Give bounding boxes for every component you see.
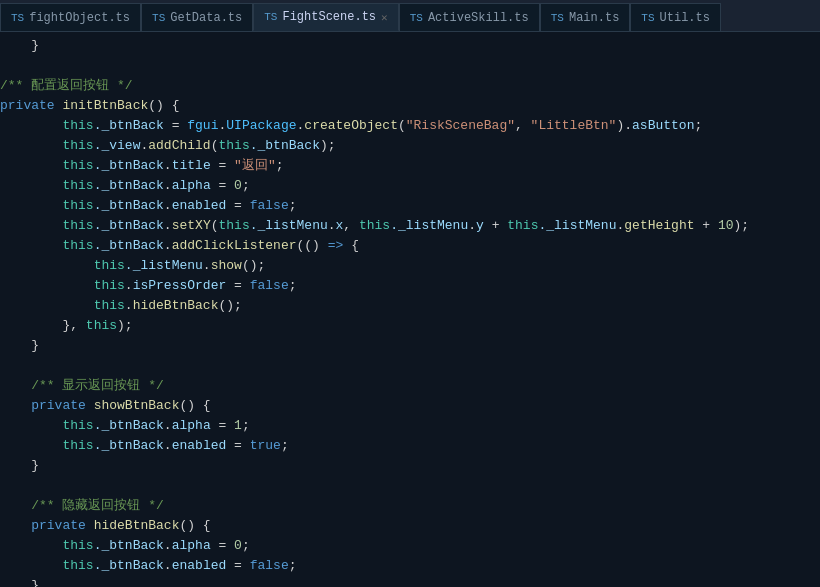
code-line-7: this._btnBack.title = "返回"; xyxy=(0,156,820,176)
close-icon[interactable]: ✕ xyxy=(381,11,388,24)
code-line-12: this._listMenu.show(); xyxy=(0,256,820,276)
code-line-8: this._btnBack.alpha = 0; xyxy=(0,176,820,196)
tab-icon-activeskill: TS xyxy=(410,12,423,24)
code-line-9: this._btnBack.enabled = false; xyxy=(0,196,820,216)
code-line-19: private showBtnBack() { xyxy=(0,396,820,416)
tab-fightobject[interactable]: TS fightObject.ts xyxy=(0,3,141,31)
tab-icon-utilts: TS xyxy=(641,12,654,24)
code-editor: } /** 配置返回按钮 */ private initBtnBack() { … xyxy=(0,32,820,587)
code-line-3: /** 配置返回按钮 */ xyxy=(0,76,820,96)
code-line-18: /** 显示返回按钮 */ xyxy=(0,376,820,396)
code-line-2 xyxy=(0,56,820,76)
code-line-25: private hideBtnBack() { xyxy=(0,516,820,536)
tab-label-maints: Main.ts xyxy=(569,11,619,25)
tab-icon-fightscene: TS xyxy=(264,11,277,23)
tab-fightscene[interactable]: TS FightScene.ts ✕ xyxy=(253,3,398,31)
code-line-17 xyxy=(0,356,820,376)
code-line-15: }, this); xyxy=(0,316,820,336)
tab-icon-getdata: TS xyxy=(152,12,165,24)
tab-label-fightobject: fightObject.ts xyxy=(29,11,130,25)
code-line-26: this._btnBack.alpha = 0; xyxy=(0,536,820,556)
code-line-4: private initBtnBack() { xyxy=(0,96,820,116)
code-line-22: } xyxy=(0,456,820,476)
tab-getdata[interactable]: TS GetData.ts xyxy=(141,3,253,31)
code-line-16: } xyxy=(0,336,820,356)
tab-icon-fightobject: TS xyxy=(11,12,24,24)
tab-label-getdata: GetData.ts xyxy=(170,11,242,25)
code-line-6: this._view.addChild(this._btnBack); xyxy=(0,136,820,156)
tab-utilts[interactable]: TS Util.ts xyxy=(630,3,721,31)
tab-maints[interactable]: TS Main.ts xyxy=(540,3,631,31)
tab-label-utilts: Util.ts xyxy=(660,11,710,25)
tab-icon-maints: TS xyxy=(551,12,564,24)
code-line-13: this.isPressOrder = false; xyxy=(0,276,820,296)
code-line-24: /** 隐藏返回按钮 */ xyxy=(0,496,820,516)
tab-activeskill[interactable]: TS ActiveSkill.ts xyxy=(399,3,540,31)
tab-label-fightscene: FightScene.ts xyxy=(282,10,376,24)
code-line-27: this._btnBack.enabled = false; xyxy=(0,556,820,576)
tab-bar: TS fightObject.ts TS GetData.ts TS Fight… xyxy=(0,0,820,32)
code-line-21: this._btnBack.enabled = true; xyxy=(0,436,820,456)
tab-label-activeskill: ActiveSkill.ts xyxy=(428,11,529,25)
code-line-20: this._btnBack.alpha = 1; xyxy=(0,416,820,436)
code-line-5: this._btnBack = fgui.UIPackage.createObj… xyxy=(0,116,820,136)
code-line-28: } xyxy=(0,576,820,587)
code-line-14: this.hideBtnBack(); xyxy=(0,296,820,316)
code-line-10: this._btnBack.setXY(this._listMenu.x, th… xyxy=(0,216,820,236)
code-line-11: this._btnBack.addClickListener(() => { xyxy=(0,236,820,256)
code-line-1: } xyxy=(0,36,820,56)
code-line-23 xyxy=(0,476,820,496)
